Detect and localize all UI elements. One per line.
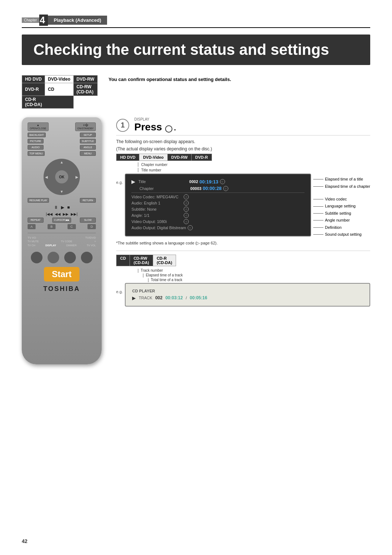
screen-title-time: 00:19:13 [198,179,219,185]
tab-cdrw-cda[interactable]: CD-RW(CD-DA) [130,255,153,266]
title-number-annotation: Title number [138,168,167,172]
audio-button[interactable]: AUDIO [28,145,44,150]
cursor-button[interactable]: CURSOR ▶▶ [52,218,71,223]
disc-tabs-hddvd: HD DVD DVD-Video DVD-RW DVD-R [116,154,370,161]
c-button[interactable]: C [68,224,76,229]
cd-track-label: TRACK [139,296,152,300]
menu-button[interactable]: MENU [80,151,96,156]
dpad-up-icon[interactable]: ▲ [60,160,64,164]
annotation-elapsed-title: Elapsed time of a title [313,177,370,182]
formats-description: You can confirm operational status and s… [109,75,231,82]
press-dot: . [174,124,176,132]
pause-button[interactable]: ⏸ [54,205,58,210]
stop-button[interactable]: ■ [67,205,70,210]
screen-videocodec-label: Video Codec: MPEG4AVC [131,195,182,199]
screen-subtitle-row: Subtitle: None ○ [131,207,305,212]
annotation-definition-text: Definition [325,225,342,230]
on-standby-button[interactable]: I/⏻ON/STANDBY [75,122,96,131]
dpad-down-icon[interactable]: ▼ [60,190,64,194]
cd-tabs-inner: CD CD-RW(CD-DA) CD-R(CD-DA) [116,255,176,266]
bottom-btn-2[interactable] [48,252,59,263]
prev-chapter-button[interactable]: |◀◀ [46,212,53,216]
annotation-line-7 [313,227,323,228]
track-number-annotation: Track number [138,268,370,273]
screen-title-label: Title [138,179,189,184]
dpad-right-icon[interactable]: ▶ [75,175,78,179]
screen-audio-row: Audio: English 1 ○ [131,200,305,206]
step1-desc1: The following on-screen display appears. [116,139,370,144]
chapter-number-annotation: Chapter number [138,162,167,167]
b-button[interactable]: B [48,224,56,229]
d-button[interactable]: D [87,224,96,229]
a-button[interactable]: A [28,224,36,229]
rewind-button[interactable]: ◀◀ [55,212,61,216]
resume-play-button[interactable]: RESUME PLAY [28,198,49,203]
cd-play-icon: ▶ [132,295,136,301]
repeat-button[interactable]: REPEAT [28,218,44,223]
fast-forward-button[interactable]: ▶▶ [63,212,69,216]
cd-tabs-area: CD CD-RW(CD-DA) CD-R(CD-DA) [116,255,370,266]
cd-track-row: ▶ TRACK 002 00:03:12 / 00:05:16 [132,295,363,301]
annotation-line-4 [313,206,323,207]
top-annotations-area: Chapter number Title number [116,162,370,173]
screen-annotations-wrap: e.g. ▶ Title 0002 00:19:13 ○ C [116,174,370,241]
annotation-angle-text: Angle number [325,218,350,223]
annotation-line-5 [313,213,323,214]
annotation-subtitle-text: Subtitle setting [325,211,351,216]
backlight-button[interactable]: BACKLIGHT [28,133,46,137]
cd-total-time: 00:05:16 [190,295,207,300]
step1-header: 1 DISPLAY Press . [116,117,370,135]
tab-dvdvideo[interactable]: DVD-Video [139,154,168,161]
annotation-subtitle: Subtitle setting [313,211,370,216]
setup-button[interactable]: SETUP [80,133,96,137]
annotation-line-6 [313,220,323,220]
screen-subtitle-arrow: ○ [184,207,189,212]
annotation-language-text: Language setting [325,203,355,209]
screen-title-arrow: ○ [220,179,225,184]
tab-dvdr[interactable]: DVD-R [192,154,212,161]
tv-code-label: TV CODE [61,240,72,243]
tab-hddvd[interactable]: HD DVD [117,154,139,161]
tab-cd[interactable]: CD [117,255,130,266]
total-track-annotation: Total time of a track [138,278,370,282]
chapter-label: Chapter [22,17,39,23]
angle-button[interactable]: ANGLE [80,145,96,150]
annotation-line-2 [313,186,323,187]
cd-top-annotations: Track number Elapsed time of a track Tot… [116,268,370,282]
slow-button[interactable]: SLOW [80,218,96,223]
remote-container: ▲OPEN/CLOSE I/⏻ON/STANDBY BACKLIGHT SETU… [22,117,105,364]
tab-cdr-cda[interactable]: CD-R(CD-DA) [153,255,176,266]
return-button[interactable]: RETURN [80,198,96,203]
screen-area-hddvd: ▶ Title 0002 00:19:13 ○ Chapter 00003 00… [125,174,311,241]
tab-dvdrw[interactable]: DVD-RW [168,154,192,161]
next-chapter-button[interactable]: ▶▶| [71,212,78,216]
cd-screen-wrap: e.g. CD PLAYER ▶ TRACK 002 00:03:12 / 00… [116,283,370,309]
screen-videocodec-arrow: ○ [184,194,189,199]
display-circle-icon[interactable] [165,125,172,133]
dpad-left-icon[interactable]: ◀ [45,175,48,179]
bottom-buttons [28,252,96,263]
annotation-elapsed-chapter: Elapsed time of a chapter [313,184,370,189]
remote: ▲OPEN/CLOSE I/⏻ON/STANDBY BACKLIGHT SETU… [22,117,102,364]
screen-chapter-row: Chapter 00003 00:00:28 ○ [131,186,305,191]
dpad[interactable]: ▲ ▼ ◀ ▶ OK [44,159,80,195]
annotation-elapsed-chapter-text: Elapsed time of a chapter [325,184,370,189]
cd-track-value: 002 [155,295,163,300]
tv-dvd-label: TV/DVD [85,236,96,239]
top-menu-button[interactable]: TOP MENU [28,151,45,156]
bottom-btn-1[interactable] [31,252,42,263]
annotation-sound: Sound output setting [313,232,370,237]
bottom-btn-4[interactable] [81,252,93,263]
ok-button[interactable]: OK [55,170,68,183]
remote-top-row: ▲OPEN/CLOSE I/⏻ON/STANDBY [28,122,96,131]
remote-mid-row4: TOP MENU MENU [28,151,96,156]
open-close-button[interactable]: ▲OPEN/CLOSE [28,122,49,131]
cd-display-screen: CD PLAYER ▶ TRACK 002 00:03:12 / 00:05:1… [125,283,370,307]
resume-return-row: RESUME PLAY RETURN [28,198,96,203]
picture-button[interactable]: PICTURE [28,139,44,143]
hddvd-display-screen: ▶ Title 0002 00:19:13 ○ Chapter 00003 00… [125,174,311,236]
bottom-btn-3[interactable] [64,252,76,263]
chapter-header: Chapter 4 Playback (Advanced) [22,15,370,28]
subtitle-button[interactable]: SUBTITLE [80,139,96,143]
play-button[interactable]: ▶ [61,205,64,210]
